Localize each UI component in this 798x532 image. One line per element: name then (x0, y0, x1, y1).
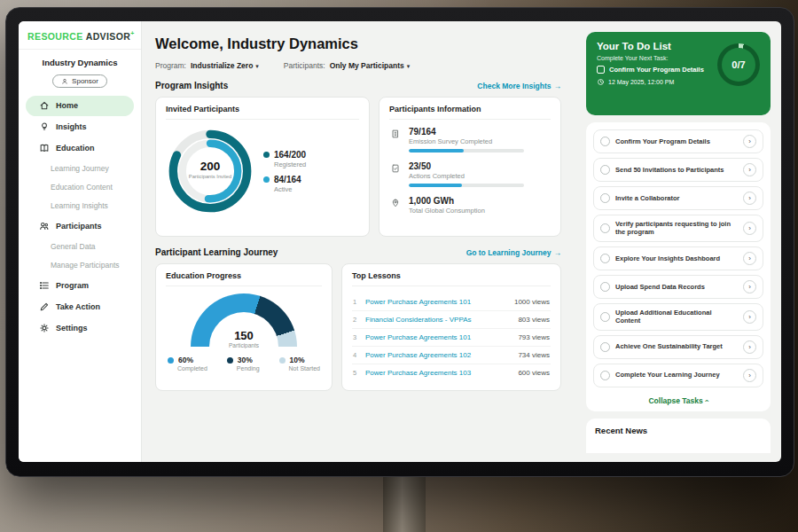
task-label: Upload Additional Educational Content (615, 309, 738, 325)
donut-legend: 164/200 Registered 84/164 Active (263, 144, 306, 200)
lesson-link[interactable]: Power Purchase Agreements 101 (365, 298, 471, 306)
sidebar-item-learning-insights[interactable]: Learning Insights (19, 197, 141, 215)
sidebar-item-label: Settings (56, 324, 88, 332)
sidebar-item-take-action[interactable]: Take Action (26, 297, 134, 317)
task-row[interactable]: Verify participants requesting to join t… (593, 215, 763, 242)
arrow-right-icon: → (554, 248, 562, 257)
lesson-link[interactable]: Power Purchase Agreements 101 (365, 333, 471, 341)
checkbox-icon[interactable] (600, 193, 610, 203)
education-progress-card: Education Progress 150 Participants 60 (155, 263, 332, 391)
building-icon (389, 127, 402, 153)
checkbox-icon[interactable] (600, 254, 610, 263)
sidebar-item-program[interactable]: Program (26, 276, 134, 296)
checkbox-icon[interactable] (600, 282, 610, 292)
gear-icon (38, 323, 50, 334)
program-filter[interactable]: Program:Industrialize Zero▾ (155, 61, 259, 70)
sidebar-item-participants[interactable]: Participants (26, 216, 134, 237)
sidebar-item-home[interactable]: Home (26, 96, 134, 116)
lesson-link[interactable]: Power Purchase Agreements 103 (365, 369, 471, 377)
checkbox-icon[interactable] (600, 312, 610, 322)
lightbulb-icon (38, 121, 50, 133)
legend-pending: 30% Pending (227, 356, 260, 372)
sponsor-badge[interactable]: Sponsor (52, 74, 107, 88)
chevron-right-icon[interactable]: › (743, 310, 756, 324)
sidebar: RESOURCE ADVISOR+ Industry Dynamics Spon… (19, 21, 142, 462)
chevron-right-icon[interactable]: › (743, 135, 756, 148)
checkbox-icon[interactable] (600, 223, 610, 233)
lesson-views: 734 views (518, 351, 550, 359)
task-row[interactable]: Upload Additional Educational Content › (593, 303, 763, 331)
info-row: 79/164 Emission Survey Completed (389, 127, 551, 153)
checkbox-icon[interactable] (600, 165, 610, 175)
sidebar-item-insights[interactable]: Insights (26, 117, 134, 137)
task-row[interactable]: Send 50 Invitations to Participants › (593, 158, 763, 182)
chevron-right-icon[interactable]: › (743, 163, 756, 176)
top-lessons-card: Top Lessons 1 Power Purchase Agreements … (341, 263, 561, 391)
chevron-right-icon[interactable]: › (743, 252, 756, 265)
task-row[interactable]: Invite a Collaborator › (593, 186, 763, 210)
checkbox-icon[interactable] (600, 342, 610, 352)
sidebar-item-label: Education (56, 144, 95, 153)
todo-summary-card: Your To Do List Complete Your Next Task:… (586, 32, 771, 115)
chevron-right-icon[interactable]: › (743, 340, 756, 354)
list-icon (38, 280, 50, 292)
participants-information-card: Participants Information 79/164 Emission… (379, 97, 561, 237)
progress-bar (409, 184, 524, 187)
book-icon (38, 143, 50, 154)
go-to-learning-journey-link[interactable]: Go to Learning Journey→ (466, 248, 561, 257)
sidebar-item-education[interactable]: Education (26, 138, 134, 159)
participants-filter-value: Only My Participants (330, 61, 404, 70)
lesson-row: 5 Power Purchase Agreements 103 600 view… (352, 364, 551, 381)
filters-bar: Program:Industrialize Zero▾ Participants… (155, 61, 561, 70)
task-row[interactable]: Achieve One Sustainability Target › (593, 335, 763, 359)
chevron-right-icon[interactable]: › (743, 222, 756, 235)
lesson-link[interactable]: Power Purchase Agreements 102 (365, 351, 471, 359)
task-row[interactable]: Complete Your Learning Journey › (593, 364, 763, 387)
task-row[interactable]: Explore Your Insights Dashboard › (593, 246, 763, 270)
task-row[interactable]: Upload Spend Data Records › (593, 275, 763, 299)
gauge-center-value: 150 (191, 330, 297, 342)
program-filter-label: Program: (155, 61, 186, 70)
sidebar-item-learning-journey[interactable]: Learning Journey (19, 160, 141, 178)
lesson-rank: 1 (353, 298, 359, 306)
legend-dot (263, 176, 270, 183)
chevron-right-icon[interactable]: › (743, 192, 756, 205)
program-filter-value: Industrialize Zero (191, 61, 253, 70)
sidebar-item-general-data[interactable]: General Data (19, 238, 141, 256)
sidebar-item-education-content[interactable]: Education Content (19, 178, 141, 197)
task-row[interactable]: Confirm Your Program Details › (593, 129, 763, 153)
check-more-insights-link[interactable]: Check More Insights→ (477, 82, 561, 90)
sidebar-item-label: Program (56, 281, 89, 290)
brand-logo: RESOURCE ADVISOR+ (19, 21, 141, 50)
chevron-down-icon: ▾ (255, 63, 259, 69)
task-label: Explore Your Insights Dashboard (615, 254, 720, 262)
checkbox-icon[interactable] (597, 66, 605, 74)
invited-donut-chart: 200 Participants Invited (166, 127, 254, 215)
participants-filter[interactable]: Participants:Only My Participants▾ (284, 61, 410, 70)
checkbox-icon[interactable] (600, 371, 610, 380)
pencil-icon (38, 301, 50, 313)
monitor-bezel: RESOURCE ADVISOR+ Industry Dynamics Spon… (5, 7, 794, 477)
lesson-link[interactable]: Financial Considerations - VPPAs (365, 316, 471, 324)
chevron-right-icon[interactable]: › (743, 369, 756, 382)
info-row: 1,000 GWh Total Global Consumption (389, 196, 551, 218)
donut-center-label: Participants Invited (189, 174, 231, 179)
collapse-tasks-link[interactable]: Collapse Tasks› (593, 392, 763, 408)
sidebar-item-settings[interactable]: Settings (26, 318, 134, 339)
chevron-right-icon[interactable]: › (743, 280, 756, 293)
invited-participants-card: Invited Participants (155, 97, 370, 237)
todo-next-task[interactable]: Confirm Your Program Details (597, 66, 725, 74)
task-label: Verify participants requesting to join t… (615, 220, 738, 237)
sidebar-item-manage-participants[interactable]: Manage Participants (19, 256, 141, 275)
legend-dot (168, 357, 174, 364)
lesson-row: 2 Financial Considerations - VPPAs 803 v… (352, 311, 551, 329)
card-title: Top Lessons (352, 271, 551, 286)
recent-news-title: Recent News (595, 426, 762, 435)
sidebar-item-label: Learning Insights (51, 201, 108, 210)
todo-progress-value: 0/7 (732, 59, 745, 70)
legend-dot (279, 357, 286, 364)
sidebar-item-label: General Data (51, 242, 96, 251)
location-pin-icon (389, 196, 402, 218)
checkbox-icon[interactable] (600, 137, 610, 146)
sidebar-item-label: Home (56, 101, 78, 110)
